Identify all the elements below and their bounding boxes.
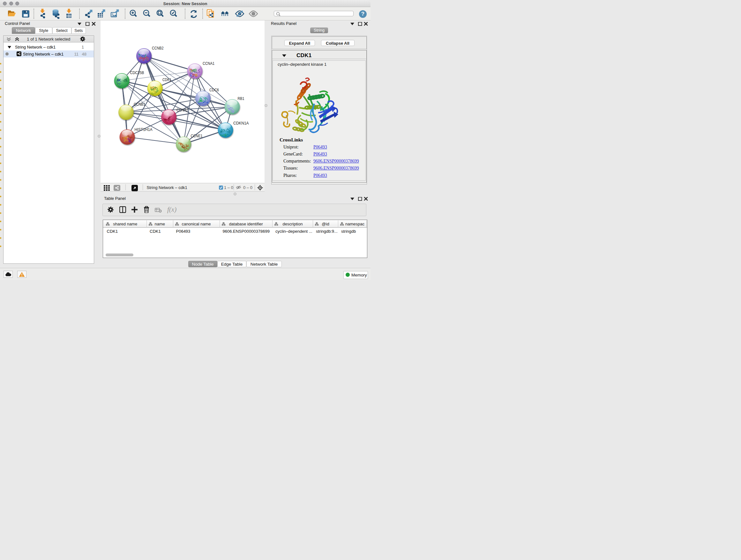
svg-text:CCNA1: CCNA1 xyxy=(203,61,214,66)
svg-text:CDKN1A: CDKN1A xyxy=(233,121,249,125)
svg-text:HIST1H1A: HIST1H1A xyxy=(135,127,152,132)
svg-text:CCNB1: CCNB1 xyxy=(134,102,145,107)
svg-text:CDK1: CDK1 xyxy=(162,77,172,82)
svg-text:CDC6: CDC6 xyxy=(209,87,219,92)
svg-text:CCNB2: CCNB2 xyxy=(152,46,164,51)
svg-text:CCNA2: CCNA2 xyxy=(177,108,188,112)
svg-text:CCNE1: CCNE1 xyxy=(191,133,203,138)
svg-text:RB1: RB1 xyxy=(238,96,245,101)
svg-text:CDC25B: CDC25B xyxy=(130,70,144,75)
